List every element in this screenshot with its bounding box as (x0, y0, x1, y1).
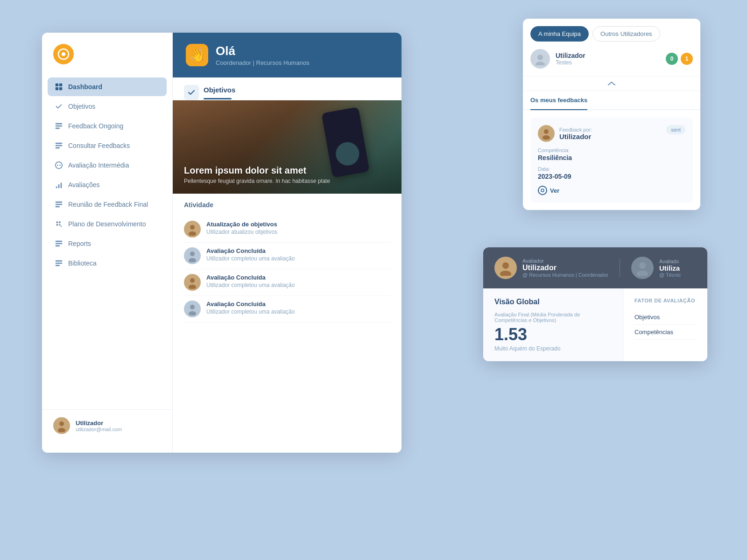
sidebar-item-plano[interactable]: Plano de Desenvolvimento (48, 215, 167, 233)
dashboard-icon (54, 82, 63, 91)
tab-label: Objetivos (204, 86, 235, 99)
svg-rect-29 (56, 260, 62, 262)
svg-rect-9 (56, 143, 62, 144)
svg-rect-18 (56, 202, 62, 203)
greeting-subtitle: Coordenador | Recursos Humanos (216, 59, 310, 66)
eval-avaliado-role: Avaliado (659, 259, 681, 264)
user-avatar (53, 417, 70, 434)
eval-avaliado-name: Utiliza (659, 264, 681, 272)
sidebar-item-label: Avaliações (68, 181, 99, 189)
feedback-subtabs: Os meus feedbacks (523, 91, 700, 110)
sidebar-user: Utilizador utilizador@mail.com (42, 409, 172, 441)
eval-body: Visão Global Avaliação Final (Média Pond… (483, 288, 707, 361)
badge-orange: 1 (681, 53, 693, 65)
feedback-user-sub: Testes (556, 59, 585, 66)
status-badge: sent (666, 125, 685, 134)
svg-rect-21 (56, 222, 58, 224)
svg-point-42 (537, 55, 543, 60)
sidebar-item-biblioteca[interactable]: Biblioteca (48, 254, 167, 273)
svg-rect-31 (56, 265, 60, 266)
activity-section: Atividade Atualização de objetivos Utili… (173, 194, 402, 453)
sidebar-item-reports[interactable]: Reports (48, 234, 167, 253)
activity-text: Avaliação Concluída Utilizador completou… (206, 274, 295, 288)
sidebar-item-feedback-ongoing[interactable]: Feedback Ongoing (48, 117, 167, 135)
sidebar-item-avaliacao-intermedia[interactable]: Avaliação Intermédia (48, 156, 167, 175)
eval-score-desc: Muito Aquém do Esperado (494, 345, 612, 352)
svg-point-48 (500, 271, 511, 276)
sidebar-item-avaliacoes[interactable]: Avaliações (48, 175, 167, 194)
sidebar-item-label: Reports (68, 240, 91, 247)
svg-rect-2 (56, 84, 58, 86)
hero-image: Lorem ipsum dolor sit amet Pellentesque … (173, 100, 402, 194)
svg-point-45 (543, 135, 550, 140)
list-item: Atualização de objetivos Utilizador atua… (184, 216, 390, 243)
sidebar-item-objetivos[interactable]: Objetivos (48, 97, 167, 116)
svg-point-47 (502, 262, 509, 269)
objetivos-icon (54, 102, 63, 111)
svg-point-43 (536, 62, 545, 65)
svg-point-12 (56, 162, 62, 168)
feedback-user-row: Utilizador Testes 0 1 (523, 42, 700, 77)
data-label: Data: (538, 166, 685, 172)
svg-rect-3 (59, 84, 62, 86)
sidebar-item-label: Feedback Ongoing (68, 122, 123, 130)
activity-item-title: Avaliação Concluída (206, 301, 295, 308)
activity-item-sub: Utilizador completou uma avaliação (206, 255, 295, 262)
sidebar-item-dashboard[interactable]: Dashboard (48, 77, 167, 96)
svg-rect-6 (56, 123, 62, 125)
content-area: Objetivos Lorem ipsum dolor sit amet Pel… (173, 77, 402, 453)
feedback-user-name: Utilizador (556, 52, 585, 59)
activity-title: Atividade (184, 201, 390, 209)
svg-point-49 (639, 262, 646, 269)
subtab-feedbacks[interactable]: Os meus feedbacks (530, 91, 587, 110)
hero-text: Lorem ipsum dolor sit amet Pellentesque … (184, 165, 330, 184)
data-value: 2023-05-09 (538, 173, 685, 180)
reuniao-icon (54, 200, 63, 209)
eval-avaliador-block: Avaliador Utilizador @ Recursos Humanos … (494, 257, 608, 279)
activity-text: Atualização de objetivos Utilizador atua… (206, 221, 277, 235)
sidebar-item-reuniao[interactable]: Reunião de Feedback Final (48, 195, 167, 214)
sidebar-logo (42, 44, 172, 77)
ver-button[interactable]: Ver (538, 186, 685, 195)
sidebar-item-consultar-feedbacks[interactable]: Consultar Feedbacks (48, 136, 167, 155)
activity-text: Avaliação Concluída Utilizador completou… (206, 247, 295, 262)
header-text: Olá Coordenador | Recursos Humanos (216, 44, 310, 66)
eval-avaliador-name: Utilizador (522, 264, 608, 272)
tab-my-team[interactable]: A minha Equipa (530, 26, 589, 42)
svg-point-36 (190, 252, 195, 256)
plano-icon (54, 219, 63, 229)
tab-other-users[interactable]: Outros Utilizadores (592, 26, 660, 42)
header-banner: 👋 Olá Coordenador | Recursos Humanos (173, 33, 402, 77)
sidebar-item-label: Biblioteca (68, 259, 97, 267)
sidebar: Dashboard Objetivos Feedback Ongoing (42, 33, 173, 453)
svg-rect-11 (56, 147, 60, 149)
app-window: Dashboard Objetivos Feedback Ongoing (42, 33, 402, 453)
eval-avaliador-dept: @ Recursos Humanos | Coordenador (522, 272, 608, 278)
ver-label: Ver (550, 187, 559, 194)
svg-point-33 (58, 428, 65, 432)
tab-icon-box (184, 85, 199, 100)
svg-point-34 (190, 225, 195, 230)
avaliacoes-icon (54, 180, 63, 189)
tab-objetivos: Objetivos (204, 86, 235, 99)
svg-point-41 (189, 311, 196, 315)
svg-rect-5 (59, 87, 62, 90)
eval-avaliado-dept: @ Técnic (659, 272, 681, 278)
list-item: Avaliação Concluída Utilizador completou… (184, 269, 390, 296)
avatar (184, 221, 201, 238)
tab-underline (204, 98, 232, 99)
svg-point-37 (189, 258, 196, 262)
avaliacao-intermedia-icon (54, 161, 63, 170)
sidebar-item-label: Reunião de Feedback Final (68, 201, 148, 208)
svg-point-50 (637, 271, 648, 276)
tab-section: Objetivos (173, 77, 402, 100)
user-info: Utilizador utilizador@mail.com (76, 420, 122, 432)
svg-point-32 (59, 421, 64, 426)
eval-score: 1.53 (494, 325, 612, 344)
fator-title: FATOR DE AVALIAÇÃO (634, 298, 696, 303)
list-item: Avaliação Concluída Utilizador completou… (184, 296, 390, 322)
svg-rect-8 (56, 128, 60, 129)
svg-point-24 (59, 224, 61, 226)
eval-avaliador-info: Avaliador Utilizador @ Recursos Humanos … (522, 258, 608, 278)
competencia-value: Resiliência (538, 154, 685, 161)
